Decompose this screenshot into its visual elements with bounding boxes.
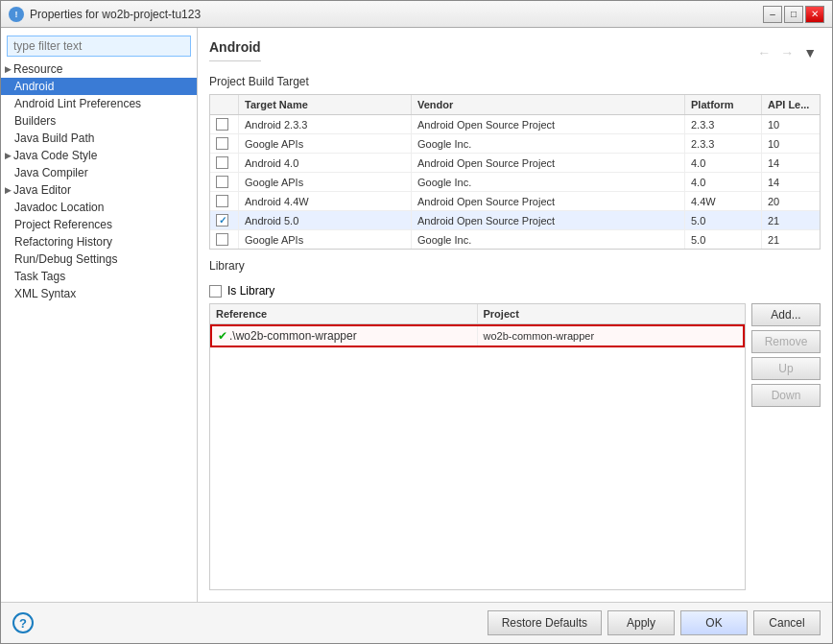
sidebar-item-task-tags[interactable]: Task Tags	[1, 268, 197, 285]
help-button[interactable]: ?	[12, 612, 34, 633]
window-title: Properties for wo2b-project-tu123	[30, 8, 201, 21]
col-api: API Le...	[762, 95, 820, 114]
sidebar-item-project-references[interactable]: Project References	[1, 216, 197, 233]
checkbox-icon[interactable]	[216, 156, 228, 169]
checkbox-icon[interactable]	[216, 118, 228, 131]
sidebar-item-label: Java Compiler	[14, 166, 88, 179]
row-checkbox[interactable]	[210, 154, 239, 172]
checkbox-icon[interactable]	[216, 137, 228, 150]
col-platform: Platform	[685, 95, 762, 114]
build-target-table: Target Name Vendor Platform API Le... An…	[209, 94, 821, 250]
row-platform: 4.0	[685, 173, 762, 191]
app-icon: !	[9, 7, 24, 22]
lib-table-header: Reference Project	[210, 304, 745, 324]
sidebar-item-label: Builders	[14, 114, 56, 128]
row-platform: 2.3.3	[685, 134, 762, 153]
col-reference: Reference	[210, 304, 478, 323]
sidebar-item-java-editor[interactable]: ▶ Java Editor	[1, 181, 197, 199]
content-area: Android ← → ▼ Project Build Target Targe…	[198, 28, 832, 602]
sidebar: ▶ Resource Android Android Lint Preferen…	[1, 28, 198, 602]
is-library-label: Is Library	[227, 284, 274, 298]
is-library-row: Is Library	[209, 284, 821, 298]
row-checkbox[interactable]	[210, 115, 239, 133]
row-target: Android 2.3.3	[239, 115, 412, 133]
footer-buttons: Restore Defaults Apply OK Cancel	[488, 610, 821, 635]
sidebar-item-javadoc-location[interactable]: Javadoc Location	[1, 199, 197, 216]
sidebar-item-label: Java Editor	[13, 183, 71, 197]
lib-table-body: ✔ .\wo2b-common-wrapper wo2b-common-wrap…	[210, 324, 745, 589]
sidebar-item-java-build-path[interactable]: Java Build Path	[1, 130, 197, 147]
sidebar-item-builders[interactable]: Builders	[1, 112, 197, 130]
remove-button[interactable]: Remove	[751, 330, 821, 353]
row-platform: 5.0	[685, 230, 762, 249]
up-button[interactable]: Up	[751, 357, 821, 380]
row-checkbox[interactable]	[210, 192, 239, 210]
add-button[interactable]: Add...	[751, 303, 821, 326]
sidebar-item-label: Android	[14, 80, 54, 93]
main-window: ! Properties for wo2b-project-tu123 – □ …	[0, 0, 833, 644]
is-library-checkbox[interactable]	[209, 285, 222, 298]
table-row[interactable]: ✓ Android 5.0 Android Open Source Projec…	[210, 211, 820, 230]
row-api: 14	[762, 154, 820, 172]
row-target: Google APIs	[239, 134, 412, 153]
cancel-button[interactable]: Cancel	[753, 610, 821, 635]
checkbox-icon[interactable]: ✓	[216, 214, 228, 227]
title-controls: – □ ✕	[763, 6, 824, 23]
sidebar-item-resource[interactable]: ▶ Resource	[1, 60, 197, 78]
back-button[interactable]: ←	[753, 43, 774, 62]
checkbox-icon[interactable]	[216, 176, 228, 188]
row-checkbox[interactable]	[210, 230, 239, 249]
filter-input[interactable]	[7, 36, 191, 57]
maximize-button[interactable]: □	[784, 6, 803, 23]
table-row[interactable]: Google APIs Google Inc. 5.0 21	[210, 230, 820, 249]
sidebar-item-label: Refactoring History	[14, 235, 112, 249]
table-row[interactable]: Android 4.0 Android Open Source Project …	[210, 154, 820, 173]
sidebar-item-java-code-style[interactable]: ▶ Java Code Style	[1, 147, 197, 164]
col-vendor: Vendor	[412, 95, 685, 114]
sidebar-item-run-debug-settings[interactable]: Run/Debug Settings	[1, 250, 197, 268]
checkbox-icon[interactable]	[216, 233, 228, 246]
expand-icon: ▶	[5, 64, 12, 74]
build-target-section: Project Build Target Target Name Vendor …	[209, 75, 821, 250]
row-vendor: Android Open Source Project	[412, 154, 685, 172]
table-row[interactable]: Android 2.3.3 Android Open Source Projec…	[210, 115, 820, 134]
table-row[interactable]: Google APIs Google Inc. 2.3.3 10	[210, 134, 820, 154]
restore-defaults-button[interactable]: Restore Defaults	[488, 610, 602, 635]
row-api: 14	[762, 173, 820, 191]
lib-buttons: Add... Remove Up Down	[751, 303, 821, 590]
sidebar-item-refactoring-history[interactable]: Refactoring History	[1, 233, 197, 250]
row-checkbox[interactable]: ✓	[210, 211, 239, 229]
sidebar-item-label: XML Syntax	[14, 287, 76, 300]
main-content: ▶ Resource Android Android Lint Preferen…	[1, 28, 832, 602]
lib-row[interactable]: ✔ .\wo2b-common-wrapper wo2b-common-wrap…	[210, 324, 745, 347]
row-api: 21	[762, 211, 820, 229]
row-api: 10	[762, 115, 820, 133]
ok-button[interactable]: OK	[680, 610, 748, 635]
row-target: Google APIs	[239, 173, 412, 191]
forward-button[interactable]: →	[776, 43, 797, 62]
lib-table-area: Reference Project ✔ .\wo2b-common-wrappe…	[209, 303, 821, 590]
down-button[interactable]: Down	[751, 384, 821, 407]
close-button[interactable]: ✕	[805, 6, 824, 23]
row-checkbox[interactable]	[210, 134, 239, 153]
row-platform: 4.0	[685, 154, 762, 172]
apply-button[interactable]: Apply	[607, 610, 675, 635]
row-checkbox[interactable]	[210, 173, 239, 191]
row-vendor: Android Open Source Project	[412, 211, 685, 229]
col-project: Project	[478, 304, 746, 323]
sidebar-item-android-lint[interactable]: Android Lint Preferences	[1, 95, 197, 112]
sidebar-item-label: Project References	[14, 218, 112, 231]
dropdown-button[interactable]: ▼	[799, 43, 821, 62]
col-check	[210, 95, 239, 114]
table-row[interactable]: Google APIs Google Inc. 4.0 14	[210, 173, 820, 192]
content-title: Android	[209, 39, 261, 61]
sidebar-item-label: Run/Debug Settings	[14, 252, 117, 266]
table-row[interactable]: Android 4.4W Android Open Source Project…	[210, 192, 820, 211]
minimize-button[interactable]: –	[763, 6, 782, 23]
sidebar-item-java-compiler[interactable]: Java Compiler	[1, 164, 197, 181]
sidebar-item-xml-syntax[interactable]: XML Syntax	[1, 285, 197, 302]
sidebar-item-android[interactable]: Android	[1, 78, 197, 95]
footer: ? Restore Defaults Apply OK Cancel	[1, 602, 832, 643]
lib-reference-value: .\wo2b-common-wrapper	[229, 329, 357, 343]
checkbox-icon[interactable]	[216, 195, 228, 207]
